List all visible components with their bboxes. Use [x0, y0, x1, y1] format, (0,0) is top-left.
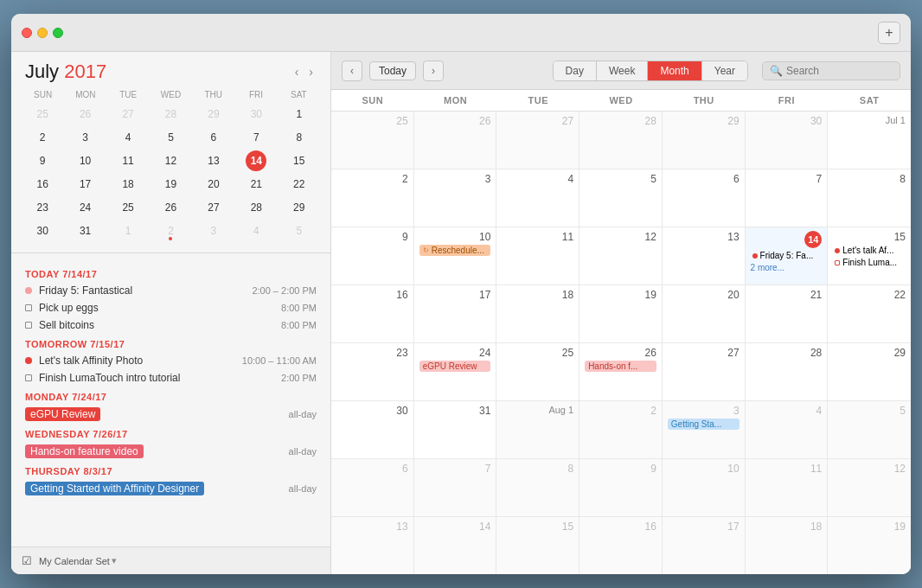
cal-cell[interactable]: 4 — [496, 169, 579, 227]
mini-day[interactable]: 19 — [160, 174, 181, 195]
cal-cell[interactable]: Aug 1 — [496, 401, 579, 458]
mini-today-14[interactable]: 14 — [246, 150, 266, 171]
agenda-event[interactable]: Friday 5: Fantastical 2:00 – 2:00 PM — [11, 282, 330, 299]
cal-cell[interactable]: 8 — [496, 459, 579, 516]
cal-cell[interactable]: 27 — [496, 112, 579, 169]
cal-cell[interactable]: 25 — [496, 343, 579, 400]
mini-day[interactable]: 2 — [160, 220, 181, 241]
cal-cell[interactable]: 14 — [414, 517, 497, 574]
cal-cell[interactable]: 10 ↻ Reschedule... — [414, 227, 497, 284]
cal-cell[interactable]: 12 — [828, 459, 911, 516]
mini-day[interactable]: 28 — [246, 197, 266, 218]
mini-day[interactable]: 3 — [75, 127, 96, 148]
mini-day[interactable]: 30 — [32, 220, 53, 241]
mini-day[interactable]: 27 — [203, 197, 224, 218]
cal-cell[interactable]: 29 — [663, 112, 746, 169]
cal-cell[interactable]: 25 — [331, 112, 414, 169]
cal-cell[interactable]: 7 — [414, 459, 497, 516]
search-input[interactable] — [786, 65, 893, 77]
cal-cell[interactable]: 3 — [414, 169, 497, 227]
mini-day[interactable]: 27 — [118, 104, 138, 125]
cal-cell[interactable]: 2 — [579, 401, 663, 458]
cal-cell[interactable]: 18 — [496, 285, 579, 342]
mini-day[interactable]: 20 — [203, 174, 224, 195]
cal-cell[interactable]: 16 — [331, 285, 414, 342]
cal-cell[interactable]: 5 — [579, 169, 663, 227]
mini-day[interactable]: 6 — [203, 127, 224, 148]
mini-day[interactable]: 16 — [32, 174, 53, 195]
mini-day[interactable]: 5 — [160, 127, 181, 148]
cal-more-events[interactable]: 2 more... — [751, 263, 823, 272]
cal-cell[interactable]: 9 — [579, 459, 663, 516]
mini-day[interactable]: 9 — [32, 150, 53, 171]
cal-cell[interactable]: 3 Getting Sta... — [663, 401, 746, 458]
cal-cell[interactable]: 7 — [746, 169, 829, 227]
cal-cell[interactable]: 24 eGPU Review — [414, 343, 497, 400]
tab-year[interactable]: Year — [702, 61, 747, 80]
mini-cal-prev-button[interactable]: ‹ — [291, 63, 303, 80]
cal-cell[interactable]: 29 — [828, 343, 911, 400]
cal-next-button[interactable]: › — [423, 61, 444, 81]
cal-cell[interactable]: 28 — [746, 343, 829, 400]
cal-cell[interactable]: 6 — [331, 459, 414, 516]
cal-cell[interactable]: 16 — [579, 517, 663, 574]
cal-event[interactable]: Hands-on f... — [585, 361, 656, 372]
cal-cell[interactable]: 8 — [828, 169, 911, 227]
cal-cell[interactable]: Jul 1 — [828, 112, 911, 169]
cal-cell[interactable]: 5 — [828, 401, 911, 458]
mini-day[interactable]: 29 — [203, 104, 224, 125]
cal-cell[interactable]: 21 — [746, 285, 829, 342]
cal-event[interactable]: Getting Sta... — [668, 419, 740, 430]
mini-day[interactable]: 30 — [246, 104, 266, 125]
cal-cell[interactable]: 13 — [663, 227, 746, 284]
cal-cell[interactable]: 31 — [414, 401, 497, 458]
mini-day[interactable]: 4 — [118, 127, 138, 148]
today-button[interactable]: Today — [369, 61, 416, 80]
mini-day[interactable]: 22 — [289, 174, 310, 195]
cal-cell[interactable]: 18 — [746, 517, 829, 574]
tab-week[interactable]: Week — [597, 61, 648, 80]
mini-day[interactable]: 5 — [289, 220, 310, 241]
mini-day[interactable]: 4 — [246, 220, 266, 241]
tab-month[interactable]: Month — [648, 61, 701, 80]
cal-cell[interactable]: 22 — [828, 285, 911, 342]
cal-event[interactable]: Friday 5: Fa... — [751, 250, 823, 261]
fullscreen-button[interactable] — [53, 28, 63, 38]
close-button[interactable] — [22, 28, 32, 38]
cal-cell[interactable]: 15 Let's talk Af... Finish Luma... — [828, 227, 911, 284]
mini-day[interactable]: 11 — [118, 150, 138, 171]
mini-day[interactable]: 3 — [203, 220, 224, 241]
cal-cell[interactable]: 17 — [663, 517, 746, 574]
mini-day[interactable]: 13 — [203, 150, 224, 171]
cal-cell[interactable]: 26 — [414, 112, 497, 169]
cal-cell[interactable]: 6 — [663, 169, 746, 227]
cal-cell-today[interactable]: 14 Friday 5: Fa... 2 more... — [746, 227, 829, 284]
cal-cell[interactable]: 17 — [414, 285, 497, 342]
mini-day[interactable]: 2 — [32, 127, 53, 148]
mini-day[interactable]: 23 — [32, 197, 53, 218]
cal-cell[interactable]: 20 — [663, 285, 746, 342]
cal-cell[interactable]: 23 — [331, 343, 414, 400]
mini-day[interactable]: 10 — [75, 150, 96, 171]
cal-cell[interactable]: 9 — [331, 227, 414, 284]
cal-cell[interactable]: 27 — [663, 343, 746, 400]
mini-day[interactable]: 26 — [160, 197, 181, 218]
mini-day[interactable]: 12 — [160, 150, 181, 171]
cal-cell[interactable]: 11 — [496, 227, 579, 284]
mini-day[interactable]: 1 — [118, 220, 138, 241]
cal-cell[interactable]: 30 — [746, 112, 829, 169]
add-event-button[interactable]: + — [878, 22, 900, 44]
agenda-event[interactable]: eGPU Review all-day — [11, 405, 330, 424]
cal-cell[interactable]: 12 — [579, 227, 663, 284]
mini-day[interactable]: 21 — [246, 174, 266, 195]
cal-cell[interactable]: 30 — [331, 401, 414, 458]
mini-day[interactable]: 24 — [75, 197, 96, 218]
dropdown-icon[interactable]: ▾ — [112, 555, 117, 566]
minimize-button[interactable] — [37, 28, 48, 38]
cal-cell[interactable]: 10 — [663, 459, 746, 516]
cal-prev-button[interactable]: ‹ — [342, 61, 362, 81]
cal-event[interactable]: eGPU Review — [419, 361, 491, 372]
mini-day[interactable]: 7 — [246, 127, 266, 148]
mini-day[interactable]: 8 — [289, 127, 310, 148]
search-box[interactable]: 🔍 — [762, 61, 900, 80]
